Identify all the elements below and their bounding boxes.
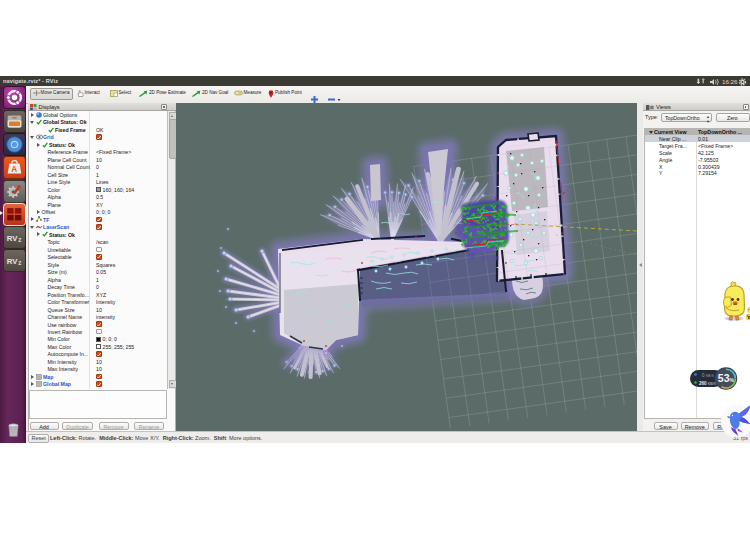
svg-text:RV: RV [6, 234, 17, 243]
svg-text:16:26: 16:26 [722, 78, 738, 85]
svg-text:A: A [11, 165, 17, 174]
svg-text:0 KB/S: 0 KB/S [702, 373, 714, 378]
svg-text:z: z [18, 236, 21, 243]
svg-text:260 KB/S: 260 KB/S [699, 381, 717, 386]
svg-text:z: z [18, 259, 21, 266]
svg-text:RV: RV [6, 257, 17, 266]
